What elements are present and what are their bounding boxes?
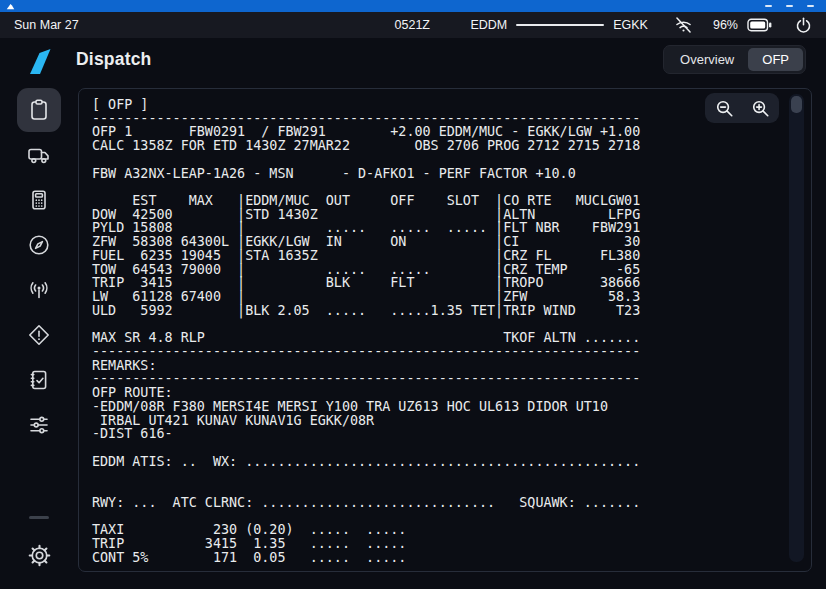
app-window-icon: [6, 3, 15, 10]
checklist-icon: [27, 368, 51, 392]
tab-overview[interactable]: Overview: [666, 48, 748, 71]
power-button[interactable]: [795, 17, 812, 34]
statusbar-date: Sun Mar 27: [14, 18, 79, 32]
statusbar-utc-time: 0521Z: [395, 18, 430, 32]
sidebar: [0, 80, 78, 589]
sidebar-divider: [29, 516, 49, 519]
zoom-in-icon: [750, 98, 771, 119]
scrollbar-track[interactable]: [789, 94, 804, 562]
calculator-icon: [27, 188, 51, 212]
statusbar-flight-route: EDDM EGKK: [470, 18, 648, 32]
gear-icon: [27, 543, 52, 568]
sidebar-item-checklists[interactable]: [17, 358, 61, 402]
tab-ofp[interactable]: OFP: [748, 48, 803, 71]
clipboard-icon: [27, 98, 51, 122]
sidebar-item-dispatch[interactable]: [17, 88, 61, 132]
page-header: Dispatch Overview OFP: [0, 38, 826, 80]
sliders-icon: [27, 413, 51, 437]
statusbar: Sun Mar 27 0521Z EDDM EGKK 96%: [0, 12, 826, 38]
sidebar-item-atc[interactable]: [17, 268, 61, 312]
window-controls[interactable]: [765, 5, 814, 7]
compass-icon: [27, 233, 51, 257]
battery-percent: 96%: [713, 18, 738, 32]
zoom-out-button[interactable]: [712, 96, 736, 120]
sidebar-item-performance[interactable]: [17, 178, 61, 222]
sidebar-item-settings-sliders[interactable]: [17, 403, 61, 447]
ofp-panel: [ OFP ] --------------------------------…: [78, 88, 812, 572]
ofp-text: [ OFP ] --------------------------------…: [92, 98, 640, 564]
window-titlebar: [0, 0, 826, 12]
page-title: Dispatch: [76, 49, 152, 70]
route-destination: EGKK: [613, 18, 648, 32]
airline-tail-logo: [27, 48, 53, 75]
sidebar-item-navigation[interactable]: [17, 223, 61, 267]
main-content: [ OFP ] --------------------------------…: [78, 80, 826, 589]
zoom-out-icon: [714, 98, 735, 119]
zoom-in-button[interactable]: [748, 96, 772, 120]
hazard-diamond-icon: [27, 323, 51, 347]
zoom-controls: [705, 93, 779, 123]
broadcast-antenna-icon: [27, 278, 51, 302]
scrollbar-thumb[interactable]: [791, 96, 802, 113]
view-switcher: Overview OFP: [663, 45, 806, 74]
sidebar-item-failures[interactable]: [17, 313, 61, 357]
route-origin: EDDM: [470, 18, 507, 32]
sidebar-item-ground[interactable]: [17, 133, 61, 177]
route-progress-line: [516, 24, 604, 26]
truck-icon: [27, 143, 51, 167]
battery-icon: [747, 18, 772, 32]
wifi-off-icon[interactable]: [673, 16, 694, 34]
sidebar-item-settings[interactable]: [17, 533, 61, 577]
